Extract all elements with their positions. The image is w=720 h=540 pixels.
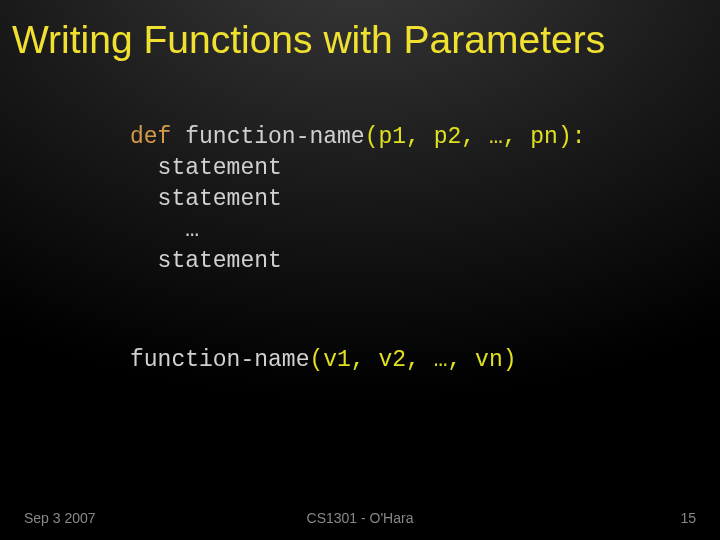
footer-date: Sep 3 2007 — [24, 510, 96, 526]
keyword-def: def — [130, 124, 171, 150]
call-function-name: function-name — [130, 347, 309, 373]
ellipsis-line: … — [185, 217, 199, 243]
colon: : — [572, 124, 586, 150]
slide-title: Writing Functions with Parameters — [0, 0, 720, 62]
call-paren-open: ( — [309, 347, 323, 373]
call-paren-close: ) — [503, 347, 517, 373]
call-args: v1, v2, …, vn — [323, 347, 502, 373]
statement-line: statement — [158, 155, 282, 181]
slide-footer: Sep 3 2007 CS1301 - O'Hara 15 — [0, 510, 720, 526]
statement-line: statement — [158, 186, 282, 212]
paren-close: ) — [558, 124, 572, 150]
statement-line: statement — [158, 248, 282, 274]
function-name-text: function-name — [185, 124, 364, 150]
footer-page-number: 15 — [680, 510, 696, 526]
param-list: p1, p2, …, pn — [378, 124, 557, 150]
code-definition-block: def function-name(p1, p2, …, pn): statem… — [130, 122, 720, 277]
footer-course: CS1301 - O'Hara — [307, 510, 414, 526]
code-call-block: function-name(v1, v2, …, vn) — [130, 347, 720, 373]
paren-open: ( — [365, 124, 379, 150]
